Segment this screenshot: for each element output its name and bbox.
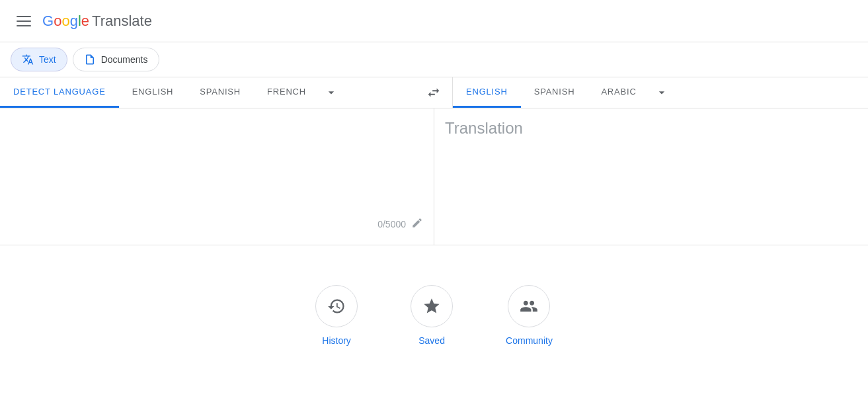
source-lang-more[interactable]: [319, 78, 343, 107]
app-title: Translate: [92, 13, 152, 30]
community-icon-circle: [508, 285, 550, 327]
community-icon: [520, 297, 538, 315]
pencil-icon: [411, 217, 423, 229]
source-text-input[interactable]: [11, 119, 423, 212]
bottom-area: History Saved Community: [0, 245, 868, 372]
char-count: 0/5000: [377, 219, 406, 229]
history-label: History: [322, 335, 351, 346]
header: Google Translate: [0, 0, 868, 42]
target-lang-spanish[interactable]: SPANISH: [521, 77, 588, 108]
text-mode-label: Text: [39, 54, 56, 65]
source-lang-detect[interactable]: DETECT LANGUAGE: [0, 77, 119, 108]
text-mode-icon: [22, 54, 34, 65]
saved-icon-circle: [411, 285, 453, 327]
text-mode-button[interactable]: Text: [11, 48, 67, 71]
target-panel: Translation: [434, 108, 868, 245]
community-item[interactable]: Community: [506, 285, 553, 346]
source-lang-spanish[interactable]: SPANISH: [186, 77, 254, 108]
source-footer: 0/5000: [11, 214, 423, 234]
saved-item[interactable]: Saved: [411, 285, 453, 346]
target-lang-tabs: ENGLISH SPANISH ARABIC: [453, 77, 868, 108]
lang-bar: DETECT LANGUAGE ENGLISH SPANISH FRENCH E…: [0, 77, 868, 108]
saved-label: Saved: [418, 335, 445, 346]
documents-mode-button[interactable]: Documents: [73, 48, 159, 71]
documents-mode-label: Documents: [101, 54, 148, 65]
history-icon: [327, 297, 346, 315]
google-logo: Google: [42, 13, 89, 30]
translation-placeholder: Translation: [445, 119, 523, 137]
translate-area: 0/5000 Translation: [0, 108, 868, 245]
mode-bar: Text Documents: [0, 42, 868, 77]
menu-icon[interactable]: [11, 8, 37, 34]
logo-container: Google Translate: [42, 13, 152, 30]
history-icon-circle: [315, 285, 358, 327]
swap-languages-button[interactable]: [420, 79, 447, 106]
swap-icon: [426, 85, 441, 100]
community-label: Community: [506, 335, 553, 346]
target-lang-english[interactable]: ENGLISH: [453, 77, 521, 108]
chevron-down-icon: [325, 86, 338, 99]
source-lang-english[interactable]: ENGLISH: [119, 77, 187, 108]
documents-mode-icon: [84, 54, 96, 65]
source-panel: 0/5000: [0, 108, 434, 245]
source-lang-french[interactable]: FRENCH: [254, 77, 319, 108]
star-icon: [422, 297, 441, 315]
history-item[interactable]: History: [315, 285, 358, 346]
edit-icon[interactable]: [411, 217, 423, 231]
target-lang-more[interactable]: [650, 78, 674, 107]
source-lang-tabs: DETECT LANGUAGE ENGLISH SPANISH FRENCH: [0, 77, 415, 108]
target-lang-arabic[interactable]: ARABIC: [588, 77, 649, 108]
chevron-down-icon-target: [655, 86, 668, 99]
